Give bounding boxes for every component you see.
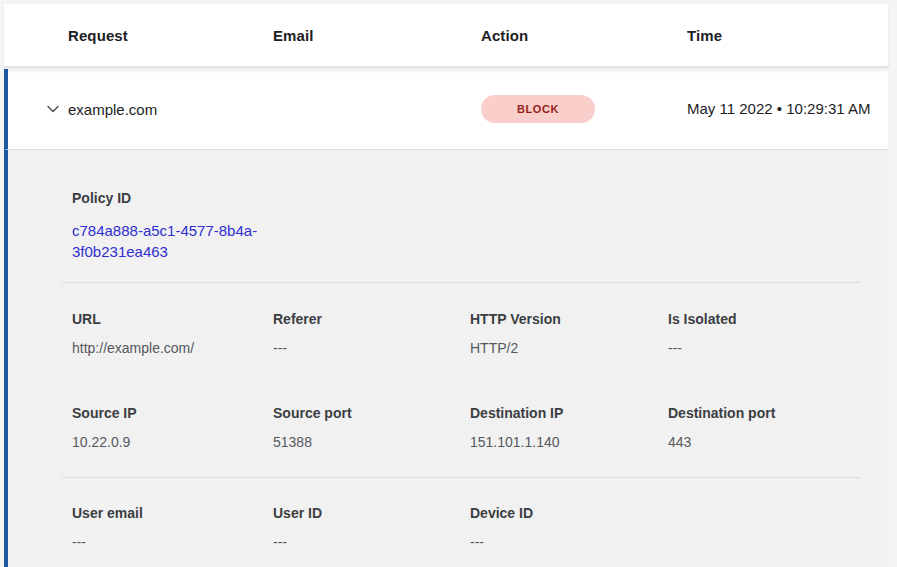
- field-destination-ip: Destination IP 151.101.1.140: [470, 405, 668, 451]
- row-action-cell: BLOCK: [481, 95, 687, 123]
- field-source-port: Source port 51388: [273, 405, 470, 451]
- field-value: http://example.com/: [72, 340, 273, 357]
- policy-id-label: Policy ID: [72, 190, 860, 207]
- column-header-request: Request: [68, 27, 273, 44]
- field-label: Is Isolated: [668, 311, 860, 328]
- field-label: User ID: [273, 505, 470, 522]
- field-value: 151.101.1.140: [470, 434, 668, 451]
- field-referer: Referer ---: [273, 311, 470, 357]
- column-header-email: Email: [273, 27, 481, 44]
- row-details-panel: Policy ID c784a888-a5c1-4577-8b4a-3f0b23…: [4, 149, 888, 567]
- chevron-down-icon: [45, 101, 61, 117]
- field-device-id: Device ID ---: [470, 505, 668, 551]
- field-label: Destination port: [668, 405, 860, 422]
- field-value: HTTP/2: [470, 340, 668, 357]
- row-time-value: May 11 2022 • 10:29:31 AM: [687, 97, 888, 121]
- field-user-email: User email ---: [72, 505, 273, 551]
- field-is-isolated: Is Isolated ---: [668, 311, 860, 357]
- network-fields-row: Source IP 10.22.0.9 Source port 51388 De…: [72, 405, 860, 451]
- section-divider: [62, 282, 860, 283]
- status-badge: BLOCK: [481, 95, 595, 123]
- field-value: 443: [668, 434, 860, 451]
- gateway-log-page: Request Email Action Time example.com BL…: [0, 4, 897, 567]
- field-value: 10.22.0.9: [72, 434, 273, 451]
- section-divider: [62, 477, 860, 478]
- field-value: ---: [470, 534, 668, 551]
- field-label: HTTP Version: [470, 311, 668, 328]
- column-header-time: Time: [687, 27, 888, 44]
- table-row[interactable]: example.com BLOCK May 11 2022 • 10:29:31…: [4, 69, 888, 149]
- field-url: URL http://example.com/: [72, 311, 273, 357]
- field-label: Device ID: [470, 505, 668, 522]
- field-label: Source IP: [72, 405, 273, 422]
- field-value: ---: [72, 534, 273, 551]
- field-empty: [668, 505, 860, 551]
- field-label: User email: [72, 505, 273, 522]
- http-fields-row: URL http://example.com/ Referer --- HTTP…: [72, 311, 860, 357]
- field-http-version: HTTP Version HTTP/2: [470, 311, 668, 357]
- field-destination-port: Destination port 443: [668, 405, 860, 451]
- policy-id-link[interactable]: c784a888-a5c1-4577-8b4a-3f0b231ea463: [72, 220, 282, 262]
- field-value: ---: [273, 534, 470, 551]
- field-label: Source port: [273, 405, 470, 422]
- field-value: ---: [273, 340, 470, 357]
- policy-id-section: Policy ID c784a888-a5c1-4577-8b4a-3f0b23…: [72, 190, 860, 262]
- column-header-action: Action: [481, 27, 687, 44]
- field-label: Referer: [273, 311, 470, 328]
- row-request-value: example.com: [68, 101, 273, 118]
- field-user-id: User ID ---: [273, 505, 470, 551]
- field-value: 51388: [273, 434, 470, 451]
- table-header: Request Email Action Time: [4, 4, 888, 67]
- row-expander-button[interactable]: [44, 100, 62, 118]
- field-value: ---: [668, 340, 860, 357]
- field-source-ip: Source IP 10.22.0.9: [72, 405, 273, 451]
- field-label: URL: [72, 311, 273, 328]
- field-label: Destination IP: [470, 405, 668, 422]
- user-fields-row: User email --- User ID --- Device ID ---: [72, 505, 860, 551]
